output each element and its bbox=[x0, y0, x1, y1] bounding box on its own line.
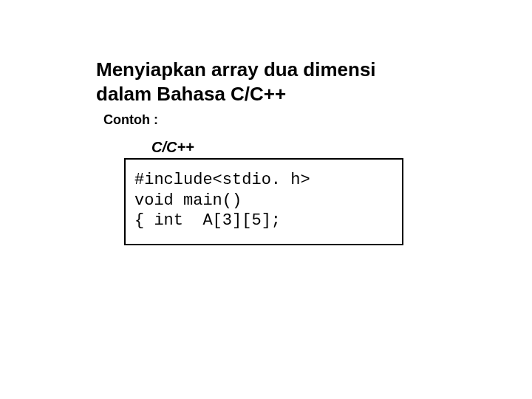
example-label: Contoh : bbox=[103, 112, 158, 128]
slide-title: Menyiapkan array dua dimensi dalam Bahas… bbox=[96, 58, 406, 106]
language-label: C/C++ bbox=[151, 139, 194, 156]
slide: Menyiapkan array dua dimensi dalam Bahas… bbox=[0, 0, 532, 399]
code-block: #include<stdio. h> void main() { int A[3… bbox=[124, 158, 403, 245]
